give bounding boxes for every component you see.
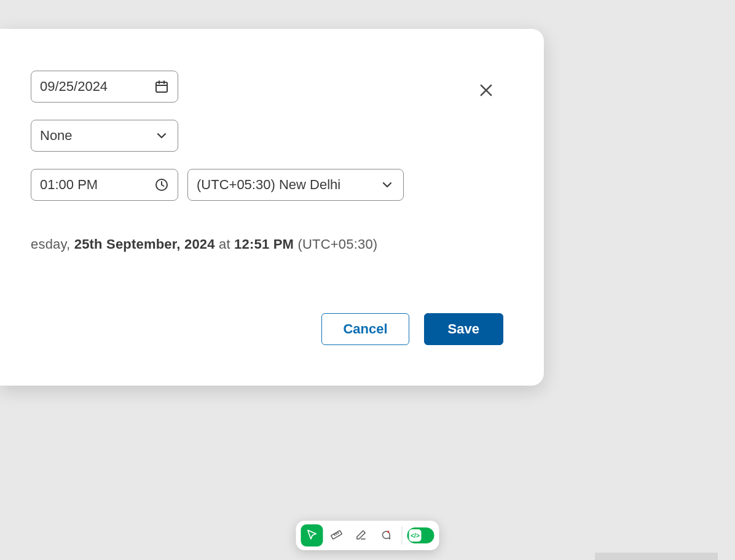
date-input[interactable]: 09/25/2024: [31, 71, 178, 103]
pointer-tool[interactable]: [301, 524, 323, 546]
chevron-down-icon: [380, 177, 395, 192]
chevron-down-icon: [154, 128, 169, 143]
svg-point-11: [387, 531, 390, 533]
form-area: 09/25/2024 None: [31, 71, 505, 252]
time-input[interactable]: 01:00 PM: [31, 169, 178, 201]
close-button[interactable]: [476, 81, 496, 101]
svg-line-9: [336, 533, 337, 534]
calendar-icon: [154, 79, 169, 94]
close-icon: [478, 82, 495, 101]
summary-time: 12:51 PM: [234, 236, 294, 252]
cursor-icon: [306, 529, 318, 543]
schedule-dialog: 09/25/2024 None: [0, 29, 544, 386]
edit-icon: [355, 529, 368, 543]
summary-tz: (UTC+05:30): [294, 236, 377, 252]
annotation-toolbar: </>: [296, 521, 439, 550]
svg-line-8: [334, 534, 335, 535]
comment-tool[interactable]: [375, 524, 397, 546]
edit-tool[interactable]: [350, 524, 372, 546]
clock-icon: [154, 177, 169, 192]
repeat-select[interactable]: None: [31, 120, 178, 152]
comment-icon: [380, 529, 392, 543]
timezone-value: (UTC+05:30) New Delhi: [197, 177, 380, 193]
summary-at: at: [215, 236, 234, 252]
timezone-select[interactable]: (UTC+05:30) New Delhi: [187, 169, 404, 201]
ruler-icon: [331, 529, 343, 543]
summary-day-fragment: esday,: [31, 236, 74, 252]
time-value: 01:00 PM: [40, 177, 154, 193]
code-toggle[interactable]: </>: [407, 527, 434, 543]
bottom-shadow-decoration: [595, 553, 718, 560]
schedule-summary: esday, 25th September, 2024 at 12:51 PM …: [31, 236, 505, 252]
dialog-actions: Cancel Save: [321, 313, 503, 345]
svg-rect-7: [331, 530, 342, 539]
summary-date: 25th September, 2024: [74, 236, 215, 252]
cancel-button[interactable]: Cancel: [321, 313, 409, 345]
measure-tool[interactable]: [326, 524, 348, 546]
code-icon: </>: [409, 529, 422, 542]
svg-rect-2: [156, 82, 167, 92]
svg-line-10: [337, 532, 339, 533]
date-value: 09/25/2024: [40, 79, 154, 95]
repeat-value: None: [40, 128, 154, 144]
save-button[interactable]: Save: [424, 313, 503, 345]
toolbar-divider: [402, 526, 403, 545]
